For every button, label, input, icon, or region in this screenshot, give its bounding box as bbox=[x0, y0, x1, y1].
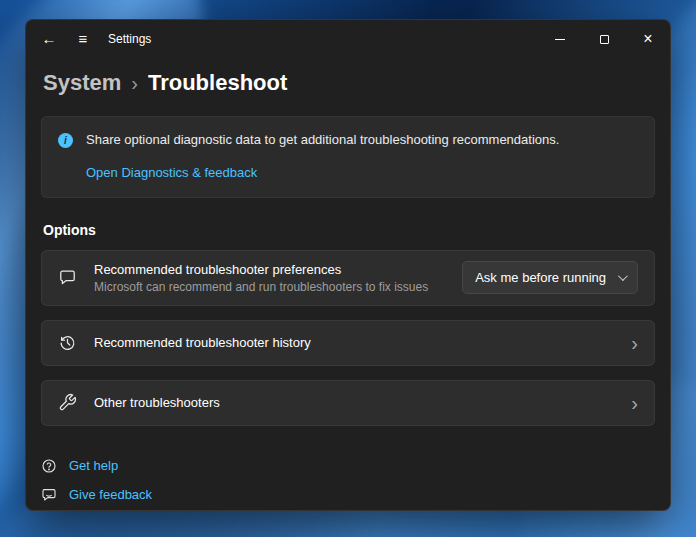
close-icon: × bbox=[643, 31, 652, 47]
titlebar-left: ← ≡ Settings bbox=[32, 24, 151, 54]
get-help-label: Get help bbox=[69, 458, 118, 473]
preferences-card: Recommended troubleshooter preferences M… bbox=[41, 250, 655, 306]
page-title: Troubleshoot bbox=[148, 70, 287, 96]
minimize-button[interactable] bbox=[538, 20, 582, 58]
options-header: Options bbox=[43, 222, 655, 238]
chevron-right-icon: › bbox=[631, 393, 638, 413]
app-title: Settings bbox=[108, 32, 151, 46]
help-icon bbox=[41, 458, 57, 474]
hamburger-icon: ≡ bbox=[79, 30, 88, 47]
back-arrow-icon: ← bbox=[42, 30, 57, 47]
breadcrumb: System › Troubleshoot bbox=[43, 70, 655, 96]
give-feedback-link[interactable]: Give feedback bbox=[41, 487, 152, 503]
troubleshooter-history-row[interactable]: Recommended troubleshooter history › bbox=[41, 320, 655, 366]
preferences-text: Recommended troubleshooter preferences M… bbox=[94, 262, 428, 294]
give-feedback-label: Give feedback bbox=[69, 487, 152, 502]
feedback-icon bbox=[41, 487, 57, 503]
desktop-wallpaper: ← ≡ Settings × System bbox=[0, 0, 696, 537]
banner-message: Share optional diagnostic data to get ad… bbox=[86, 131, 559, 150]
diagnostics-banner: i Share optional diagnostic data to get … bbox=[41, 116, 655, 198]
wrench-icon bbox=[58, 393, 77, 412]
page-content: System › Troubleshoot i Share optional d… bbox=[26, 58, 670, 510]
preferences-subtitle: Microsoft can recommend and run troubles… bbox=[94, 280, 428, 294]
maximize-button[interactable] bbox=[582, 20, 626, 58]
back-button[interactable]: ← bbox=[32, 24, 66, 54]
window-controls: × bbox=[538, 20, 670, 58]
maximize-icon bbox=[600, 35, 609, 44]
options-cards: Recommended troubleshooter preferences M… bbox=[41, 250, 655, 426]
preferences-dropdown[interactable]: Ask me before running bbox=[462, 261, 638, 294]
chat-bubble-icon bbox=[58, 268, 77, 287]
dropdown-selected-value: Ask me before running bbox=[475, 270, 606, 285]
breadcrumb-chevron-icon: › bbox=[131, 72, 138, 95]
chevron-down-icon bbox=[618, 271, 628, 281]
history-clock-icon bbox=[58, 333, 77, 352]
diagnostics-feedback-link[interactable]: Open Diagnostics & feedback bbox=[86, 165, 257, 180]
titlebar: ← ≡ Settings × bbox=[26, 20, 670, 58]
breadcrumb-system[interactable]: System bbox=[43, 70, 121, 96]
close-button[interactable]: × bbox=[626, 20, 670, 58]
history-title: Recommended troubleshooter history bbox=[94, 335, 311, 350]
info-icon: i bbox=[58, 133, 73, 148]
other-troubleshooters-title: Other troubleshooters bbox=[94, 395, 220, 410]
get-help-link[interactable]: Get help bbox=[41, 458, 118, 474]
preferences-title: Recommended troubleshooter preferences bbox=[94, 262, 428, 277]
footer-links: Get help Give feedback bbox=[41, 458, 655, 503]
minimize-icon bbox=[555, 39, 565, 40]
chevron-right-icon: › bbox=[631, 333, 638, 353]
other-troubleshooters-row[interactable]: Other troubleshooters › bbox=[41, 380, 655, 426]
banner-body: Share optional diagnostic data to get ad… bbox=[86, 131, 559, 181]
settings-window: ← ≡ Settings × System bbox=[25, 19, 671, 511]
navigation-menu-button[interactable]: ≡ bbox=[66, 24, 100, 54]
